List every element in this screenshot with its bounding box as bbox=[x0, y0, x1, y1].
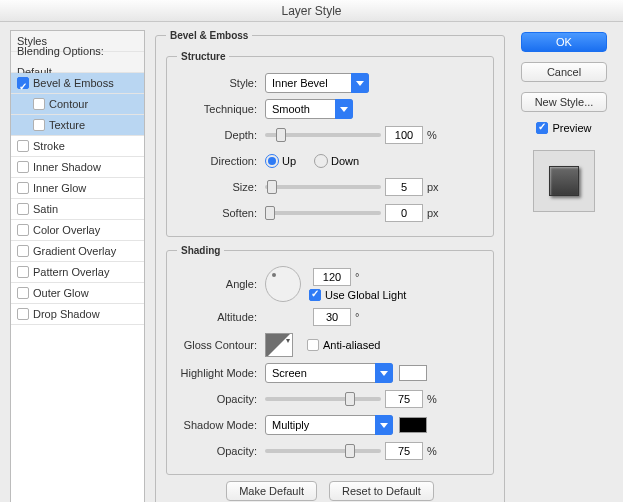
sh-opacity-input[interactable] bbox=[385, 442, 423, 460]
sh-opacity-unit: % bbox=[427, 445, 437, 457]
effect-checkbox[interactable] bbox=[33, 98, 45, 110]
gloss-contour-picker[interactable]: ▾ bbox=[265, 333, 293, 357]
effect-checkbox[interactable] bbox=[33, 119, 45, 131]
angle-unit: ° bbox=[355, 271, 359, 283]
effect-label: Inner Glow bbox=[33, 178, 86, 199]
chevron-down-icon: ▾ bbox=[286, 336, 290, 345]
effect-label: Contour bbox=[49, 94, 88, 115]
direction-up-label: Up bbox=[282, 155, 296, 167]
angle-dial[interactable] bbox=[265, 266, 301, 302]
style-select[interactable]: Inner Bevel bbox=[265, 73, 369, 93]
hl-opacity-input[interactable] bbox=[385, 390, 423, 408]
depth-label: Depth: bbox=[177, 129, 265, 141]
preview-label: Preview bbox=[552, 122, 591, 134]
ok-button[interactable]: OK bbox=[521, 32, 607, 52]
effect-label: Satin bbox=[33, 199, 58, 220]
hl-opacity-slider[interactable] bbox=[265, 397, 381, 401]
sh-opacity-slider[interactable] bbox=[265, 449, 381, 453]
effect-row[interactable]: Outer Glow bbox=[11, 283, 144, 304]
cancel-button[interactable]: Cancel bbox=[521, 62, 607, 82]
effect-row[interactable]: Contour bbox=[11, 94, 144, 115]
effect-checkbox[interactable] bbox=[17, 77, 29, 89]
highlight-mode-label: Highlight Mode: bbox=[177, 367, 265, 379]
layer-style-window: Layer Style Styles Blending Options: Def… bbox=[0, 0, 623, 502]
size-label: Size: bbox=[177, 181, 265, 193]
altitude-unit: ° bbox=[355, 311, 359, 323]
direction-label: Direction: bbox=[177, 155, 265, 167]
direction-down-label: Down bbox=[331, 155, 359, 167]
effect-label: Drop Shadow bbox=[33, 304, 100, 325]
soften-slider[interactable] bbox=[265, 211, 381, 215]
size-slider[interactable] bbox=[265, 185, 381, 189]
effect-checkbox[interactable] bbox=[17, 224, 29, 236]
bevel-emboss-panel: Bevel & Emboss Structure Style: Inner Be… bbox=[155, 30, 505, 502]
size-unit: px bbox=[427, 181, 439, 193]
make-default-button[interactable]: Make Default bbox=[226, 481, 317, 501]
style-label: Style: bbox=[177, 77, 265, 89]
technique-select[interactable]: Smooth bbox=[265, 99, 353, 119]
effect-checkbox[interactable] bbox=[17, 140, 29, 152]
soften-unit: px bbox=[427, 207, 439, 219]
preview-inner bbox=[549, 166, 579, 196]
content: Styles Blending Options: Default Bevel &… bbox=[0, 22, 623, 502]
effect-label: Inner Shadow bbox=[33, 157, 101, 178]
effect-row[interactable]: Inner Glow bbox=[11, 178, 144, 199]
technique-label: Technique: bbox=[177, 103, 265, 115]
effect-label: Pattern Overlay bbox=[33, 262, 109, 283]
window-titlebar: Layer Style bbox=[0, 0, 623, 22]
altitude-input[interactable] bbox=[313, 308, 351, 326]
effect-label: Gradient Overlay bbox=[33, 241, 116, 262]
gloss-contour-label: Gloss Contour: bbox=[177, 339, 265, 351]
depth-unit: % bbox=[427, 129, 437, 141]
direction-up-radio[interactable] bbox=[265, 154, 279, 168]
panel-title: Bevel & Emboss bbox=[166, 30, 252, 41]
anti-aliased-label: Anti-aliased bbox=[323, 339, 380, 351]
depth-slider[interactable] bbox=[265, 133, 381, 137]
effect-row[interactable]: Drop Shadow bbox=[11, 304, 144, 325]
effect-checkbox[interactable] bbox=[17, 287, 29, 299]
direction-down-radio[interactable] bbox=[314, 154, 328, 168]
effect-checkbox[interactable] bbox=[17, 203, 29, 215]
size-input[interactable] bbox=[385, 178, 423, 196]
effect-label: Stroke bbox=[33, 136, 65, 157]
structure-legend: Structure bbox=[177, 51, 229, 62]
shadow-color-swatch[interactable] bbox=[399, 417, 427, 433]
shading-legend: Shading bbox=[177, 245, 224, 256]
soften-input[interactable] bbox=[385, 204, 423, 222]
depth-input[interactable] bbox=[385, 126, 423, 144]
global-light-checkbox[interactable] bbox=[309, 289, 321, 301]
angle-input[interactable] bbox=[313, 268, 351, 286]
effect-label: Texture bbox=[49, 115, 85, 136]
effect-row[interactable]: Pattern Overlay bbox=[11, 262, 144, 283]
effect-label: Color Overlay bbox=[33, 220, 100, 241]
highlight-color-swatch[interactable] bbox=[399, 365, 427, 381]
effect-checkbox[interactable] bbox=[17, 308, 29, 320]
effect-row[interactable]: Bevel & Emboss bbox=[11, 73, 144, 94]
effect-row[interactable]: Inner Shadow bbox=[11, 157, 144, 178]
effect-label: Outer Glow bbox=[33, 283, 89, 304]
structure-group: Structure Style: Inner Bevel Technique: … bbox=[166, 51, 494, 237]
effect-checkbox[interactable] bbox=[17, 266, 29, 278]
effect-checkbox[interactable] bbox=[17, 182, 29, 194]
styles-list: Styles Blending Options: Default Bevel &… bbox=[10, 30, 145, 502]
hl-opacity-label: Opacity: bbox=[177, 393, 265, 405]
preview-checkbox[interactable] bbox=[536, 122, 548, 134]
effect-row[interactable]: Satin bbox=[11, 199, 144, 220]
effect-checkbox[interactable] bbox=[17, 161, 29, 173]
blending-options-row[interactable]: Blending Options: Default bbox=[11, 52, 144, 73]
effect-row[interactable]: Color Overlay bbox=[11, 220, 144, 241]
right-panel: OK Cancel New Style... Preview bbox=[515, 30, 613, 502]
effect-row[interactable]: Gradient Overlay bbox=[11, 241, 144, 262]
global-light-label: Use Global Light bbox=[325, 289, 406, 301]
shadow-mode-label: Shadow Mode: bbox=[177, 419, 265, 431]
new-style-button[interactable]: New Style... bbox=[521, 92, 607, 112]
effect-checkbox[interactable] bbox=[17, 245, 29, 257]
altitude-label: Altitude: bbox=[177, 311, 265, 323]
reset-default-button[interactable]: Reset to Default bbox=[329, 481, 434, 501]
highlight-mode-select[interactable]: Screen bbox=[265, 363, 393, 383]
shadow-mode-select[interactable]: Multiply bbox=[265, 415, 393, 435]
effect-row[interactable]: Texture bbox=[11, 115, 144, 136]
anti-aliased-checkbox[interactable] bbox=[307, 339, 319, 351]
hl-opacity-unit: % bbox=[427, 393, 437, 405]
effect-row[interactable]: Stroke bbox=[11, 136, 144, 157]
